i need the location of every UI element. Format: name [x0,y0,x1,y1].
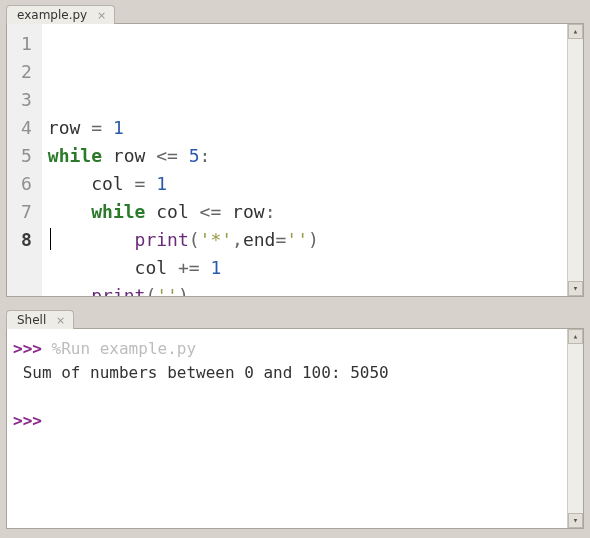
editor-tab-label: example.py [17,8,87,22]
shell-prompt: >>> [13,339,42,358]
editor-tab[interactable]: example.py × [6,5,115,24]
code-line: while row <= 5: [48,142,579,170]
line-number: 8 [21,226,32,254]
shell-output-line: Sum of numbers between 0 and 100: 5050 [13,363,389,382]
shell-output[interactable]: >>> %Run example.py Sum of numbers betwe… [7,329,583,441]
editor-scrollbar[interactable]: ▴ ▾ [567,24,583,296]
scroll-up-icon[interactable]: ▴ [568,24,583,39]
text-cursor [50,228,51,250]
shell-tab[interactable]: Shell × [6,310,74,329]
scroll-down-icon[interactable]: ▾ [568,281,583,296]
code-line: col += 1 [48,254,579,282]
scroll-down-icon[interactable]: ▾ [568,513,583,528]
code-editor[interactable]: row = 1while row <= 5: col = 1 while col… [42,24,583,296]
line-number: 6 [21,170,32,198]
line-number: 5 [21,142,32,170]
shell-pane: >>> %Run example.py Sum of numbers betwe… [6,328,584,529]
line-number: 4 [21,114,32,142]
shell-scrollbar[interactable]: ▴ ▾ [567,329,583,528]
close-icon[interactable]: × [97,9,106,22]
line-number: 2 [21,58,32,86]
shell-panel: Shell × >>> %Run example.py Sum of numbe… [6,309,584,532]
code-line: print('*',end='') [48,226,579,254]
scroll-up-icon[interactable]: ▴ [568,329,583,344]
editor-panel: example.py × 12345678 row = 1while row <… [6,4,584,300]
code-line: while col <= row: [48,198,579,226]
code-line: col = 1 [48,170,579,198]
line-number-gutter: 12345678 [7,24,42,296]
line-number: 7 [21,198,32,226]
code-line: print('') [48,282,579,297]
close-icon[interactable]: × [56,314,65,327]
line-number: 1 [21,30,32,58]
shell-prompt: >>> [13,411,42,430]
shell-tab-label: Shell [17,313,46,327]
code-line: row = 1 [48,114,579,142]
shell-run-command: %Run example.py [52,339,197,358]
line-number: 3 [21,86,32,114]
editor-pane: 12345678 row = 1while row <= 5: col = 1 … [6,23,584,297]
